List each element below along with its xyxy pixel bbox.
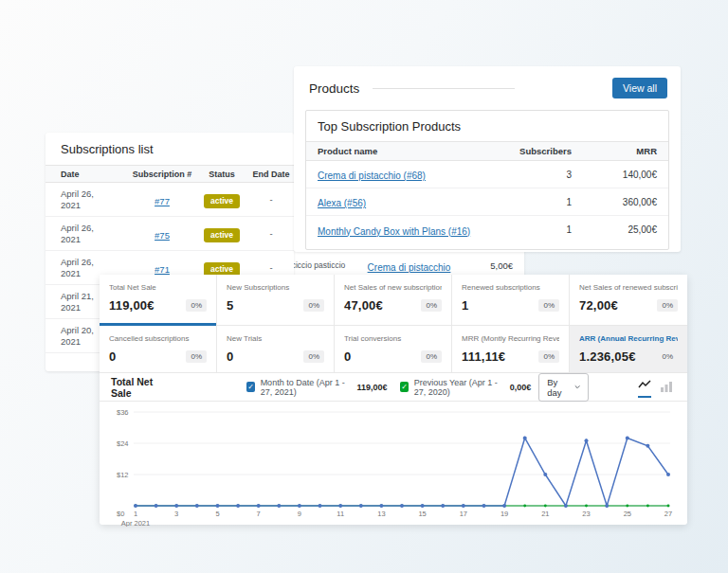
svg-text:25: 25	[624, 510, 631, 518]
subscription-end-date: -	[248, 262, 294, 273]
product-subscribers: 1	[502, 224, 583, 235]
col-product-name: Product name	[306, 146, 502, 156]
svg-text:7: 7	[257, 510, 261, 518]
net-sale-chart[interactable]: $36$24$12$013579111315171921232527Apr 20…	[111, 405, 676, 527]
subscription-row: April 26, 2021 #75 active -	[46, 217, 294, 251]
product-mrr: 25,00€	[583, 224, 668, 235]
subscription-date: April 26, 2021	[46, 223, 114, 245]
svg-text:$24: $24	[117, 439, 129, 448]
interval-select[interactable]: By day	[538, 373, 589, 402]
series2-label: Previous Year (Apr 1 - 27, 2020)	[414, 378, 504, 397]
chart-title: Total Net Sale	[111, 376, 163, 399]
col-status: Status	[195, 170, 248, 179]
chart-legend: ✓ Month to Date (Apr 1 - 27, 2021) 119,0…	[246, 378, 538, 397]
col-subscribers: Subscribers	[502, 146, 583, 156]
product-row: Monthly Candy Box with Plans (#16) 1 25,…	[306, 216, 668, 243]
product-row: Alexa (#56) 1 360,00€	[306, 188, 668, 216]
stat-change-badge: 0%	[303, 350, 324, 363]
stat-change-badge: 0%	[421, 350, 442, 363]
svg-text:15: 15	[418, 510, 426, 518]
subscription-number-link[interactable]: #71	[155, 264, 170, 275]
line-chart-icon[interactable]	[638, 376, 651, 398]
subscription-row: April 26, 2021 #77 active -	[46, 183, 294, 217]
product-link[interactable]: Crema di pistacchio (#68)	[318, 170, 426, 181]
subscriptions-table-header: Date Subscription # Status End Date	[46, 165, 294, 183]
col-date: Date	[46, 170, 129, 179]
series1-value: 119,00€	[356, 383, 387, 392]
stat-renewed-subscriptions[interactable]: Renewed subscriptions 10%	[452, 275, 570, 326]
chevron-down-icon	[574, 385, 580, 389]
stat-change-badge: 0%	[303, 299, 324, 312]
svg-text:11: 11	[337, 510, 344, 518]
product-subscribers: 3	[502, 170, 583, 180]
stat-new-trials[interactable]: New Trials 00%	[217, 326, 335, 373]
svg-text:13: 13	[377, 510, 385, 518]
product-mrr: 360,00€	[583, 197, 668, 207]
svg-text:21: 21	[541, 510, 549, 518]
svg-text:$36: $36	[117, 408, 129, 417]
svg-text:19: 19	[500, 510, 508, 518]
subscription-number-link[interactable]: #75	[155, 230, 170, 241]
products-table-header: Product name Subscribers MRR	[306, 141, 668, 161]
stat-total-net-sale[interactable]: Total Net Sale 119,00€0%	[100, 275, 217, 326]
stat-cancelled-subscriptions[interactable]: Cancelled subscriptions 00%	[100, 326, 217, 373]
chart-header: Total Net Sale ✓ Month to Date (Apr 1 - …	[100, 373, 687, 402]
stat-new-subscriptions[interactable]: New Subscriptions 50%	[217, 275, 335, 326]
status-badge: active	[204, 194, 240, 208]
product-mrr: 140,00€	[583, 170, 668, 180]
top-subscription-products-panel: Top Subscription Products Product name S…	[305, 110, 669, 250]
subscription-number-link[interactable]: #77	[155, 196, 170, 206]
status-badge: active	[204, 228, 240, 242]
svg-text:$12: $12	[117, 471, 129, 479]
stat-change-badge: 0%	[186, 299, 207, 312]
stat-change-badge: 0%	[421, 299, 442, 312]
header-divider	[373, 88, 515, 89]
svg-text:5: 5	[215, 510, 219, 518]
product-link[interactable]: Alexa (#56)	[318, 198, 366, 208]
subscription-date: April 26, 2021	[46, 188, 114, 211]
products-card: Products View all Top Subscription Produ…	[294, 66, 681, 252]
series2-checkbox-icon[interactable]: ✓	[400, 382, 408, 392]
subscription-end-date: -	[248, 194, 294, 205]
order-customer-name: ciccio pasticcio	[284, 260, 353, 271]
product-row: Crema di pistacchio (#68) 3 140,00€	[306, 161, 668, 188]
stats-grid: Total Net Sale 119,00€0% New Subscriptio…	[100, 275, 687, 373]
top-subscription-products-title: Top Subscription Products	[306, 111, 668, 141]
col-mrr: MRR	[583, 146, 668, 156]
series1-checkbox-icon[interactable]: ✓	[246, 382, 254, 392]
stat-change-badge: 0%	[657, 299, 678, 312]
col-subscription-number: Subscription #	[129, 170, 195, 179]
col-end-date: End Date	[248, 170, 294, 179]
subscriptions-stats-card: Total Net Sale 119,00€0% New Subscriptio…	[100, 275, 687, 525]
subscription-end-date: -	[248, 228, 294, 239]
svg-text:27: 27	[664, 510, 672, 518]
series1-label: Month to Date (Apr 1 - 27, 2021)	[261, 378, 352, 397]
series2-value: 0,00€	[510, 383, 532, 392]
order-amount: 5,00€	[465, 260, 524, 271]
svg-text:Apr 2021: Apr 2021	[121, 519, 150, 527]
svg-text:$0: $0	[117, 510, 124, 518]
stat-change-badge: 0%	[186, 350, 207, 363]
view-all-button[interactable]: View all	[612, 78, 667, 98]
stat-trial-conversions[interactable]: Trial conversions 00%	[335, 326, 452, 373]
svg-text:3: 3	[174, 510, 178, 518]
stat-change-badge: 0%	[538, 350, 559, 363]
stat-change-badge: 0%	[657, 350, 678, 363]
stat-net-sales-renewed-subscriptions[interactable]: Net Sales of renewed subscriptions 72,00…	[570, 275, 687, 326]
svg-text:1: 1	[134, 510, 137, 518]
svg-text:17: 17	[460, 510, 467, 518]
order-product-link[interactable]: Crema di pistacchio	[368, 262, 451, 273]
bar-chart-icon[interactable]	[661, 379, 672, 396]
stat-net-sales-new-subscriptions[interactable]: Net Sales of new subscriptions 47,00€0%	[335, 275, 452, 326]
subscriptions-list-title: Subscriptions list	[46, 133, 294, 165]
product-subscribers: 1	[502, 197, 583, 207]
stat-arr[interactable]: ARR (Annual Recurring Revenue) 1.236,05€…	[570, 326, 687, 373]
product-link[interactable]: Monthly Candy Box with Plans (#16)	[318, 226, 470, 237]
svg-text:9: 9	[298, 510, 301, 518]
svg-text:23: 23	[582, 510, 590, 518]
stat-mrr[interactable]: MRR (Montly Recurring Revenue) 111,11€0%	[452, 326, 570, 373]
products-card-title: Products	[309, 81, 359, 96]
stat-change-badge: 0%	[538, 299, 559, 312]
